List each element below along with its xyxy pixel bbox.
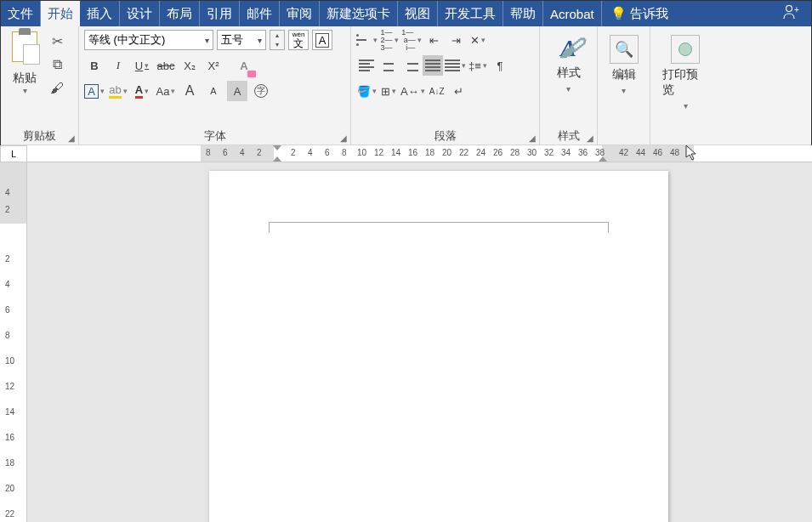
ruler-tick: 20 bbox=[442, 148, 451, 157]
ruler-tick: 16 bbox=[5, 433, 14, 442]
tab-layout[interactable]: 布局 bbox=[160, 1, 200, 26]
align-distributed-button[interactable] bbox=[445, 55, 466, 76]
strike-button[interactable]: abc bbox=[156, 55, 176, 76]
tab-file[interactable]: 文件 bbox=[1, 1, 41, 26]
ruler-tick: 2 bbox=[5, 205, 10, 214]
tab-acrobat[interactable]: Acrobat bbox=[543, 1, 602, 26]
ruler-tick: 8 bbox=[342, 148, 347, 157]
ruler-tick: 18 bbox=[425, 148, 434, 157]
paste-button[interactable]: 粘贴 ▾ bbox=[4, 30, 45, 95]
text-direction-button[interactable]: A↔ bbox=[400, 81, 425, 101]
ruler-tick: 2 bbox=[257, 148, 262, 157]
sort-button[interactable]: A↓Z bbox=[427, 81, 447, 101]
char-shading-button[interactable]: A bbox=[227, 81, 247, 101]
italic-button[interactable]: I bbox=[108, 55, 128, 76]
group-styles-label: 样式 bbox=[558, 128, 580, 144]
align-right-button[interactable] bbox=[400, 55, 421, 76]
circle-icon bbox=[671, 35, 700, 64]
grow-font-button[interactable]: A bbox=[179, 81, 200, 101]
tab-view[interactable]: 视图 bbox=[398, 1, 438, 26]
group-paragraph: 1—2—3— 1— a— i— ⇤ ⇥ ✕ ‡≡ ¶ 🪣 ⊞ A↔ A↓Z bbox=[351, 26, 540, 145]
copy-icon[interactable]: ⧉ bbox=[48, 57, 65, 72]
tab-help[interactable]: 帮助 bbox=[503, 1, 543, 26]
horizontal-ruler[interactable]: 8 6 4 2 2 4 6 8 10 12 14 16 18 20 22 24 … bbox=[27, 145, 812, 162]
tell-me[interactable]: 💡 告诉我 bbox=[602, 6, 677, 22]
font-name-combo[interactable]: 等线 (中文正文)▾ bbox=[84, 30, 213, 50]
group-editing: 🔍 编辑 bbox=[598, 26, 650, 145]
group-font-label: 字体 bbox=[204, 128, 226, 144]
ruler-corner[interactable]: L bbox=[0, 145, 27, 162]
ruler-tick: 22 bbox=[459, 148, 468, 157]
ruler-tick: 4 bbox=[5, 188, 10, 197]
line-spacing-button[interactable]: ‡≡ bbox=[468, 55, 488, 76]
document-page[interactable] bbox=[209, 171, 668, 522]
preview-label: 打印预览 bbox=[662, 67, 708, 98]
bold-button[interactable]: B bbox=[84, 55, 105, 76]
enclose-char-button[interactable]: 字 bbox=[251, 81, 271, 101]
ruler-tick: 14 bbox=[5, 407, 14, 417]
tab-review[interactable]: 审阅 bbox=[280, 1, 320, 26]
superscript-button[interactable]: X² bbox=[203, 55, 224, 76]
align-justify-button[interactable] bbox=[423, 55, 443, 76]
text-effects-button[interactable]: A bbox=[84, 81, 105, 101]
group-styles: A🖌 样式 样式 ◢ bbox=[540, 26, 598, 145]
borders-button[interactable]: ⊞ bbox=[378, 81, 399, 101]
ruler-tick: 22 bbox=[5, 509, 14, 519]
ruler-tick: 36 bbox=[578, 148, 588, 157]
user-icon[interactable]: + bbox=[770, 3, 811, 24]
clear-format-button[interactable]: A bbox=[234, 55, 254, 76]
ruler-tick: 26 bbox=[493, 148, 503, 157]
format-painter-icon[interactable]: 🖌 bbox=[48, 81, 65, 96]
first-line-indent-marker[interactable] bbox=[273, 145, 281, 150]
tab-developer[interactable]: 开发工具 bbox=[438, 1, 503, 26]
font-size-stepper[interactable]: ▴▾ bbox=[270, 30, 285, 50]
increase-indent-button[interactable]: ⇥ bbox=[446, 30, 466, 50]
clipboard-launcher[interactable]: ◢ bbox=[68, 133, 75, 143]
tab-home[interactable]: 开始 bbox=[41, 1, 80, 26]
tell-me-label: 告诉我 bbox=[630, 6, 668, 22]
reveal-formatting-button[interactable]: ↵ bbox=[449, 81, 469, 101]
multilevel-button[interactable]: 1— a— i— bbox=[401, 30, 422, 50]
hanging-indent-marker[interactable] bbox=[273, 156, 281, 162]
underline-button[interactable]: U bbox=[132, 55, 152, 76]
shading-button[interactable]: 🪣 bbox=[356, 81, 377, 101]
phonetic-guide-button[interactable]: wén 文 bbox=[288, 30, 309, 50]
group-paragraph-label: 段落 bbox=[434, 128, 457, 144]
styles-button[interactable]: A🖌 样式 bbox=[548, 30, 589, 99]
styles-launcher[interactable]: ◢ bbox=[587, 133, 593, 143]
paragraph-launcher[interactable]: ◢ bbox=[529, 133, 536, 143]
ruler-tick: 28 bbox=[510, 148, 520, 157]
shrink-font-button[interactable]: A bbox=[203, 81, 224, 101]
font-launcher[interactable]: ◢ bbox=[340, 133, 347, 143]
ruler-tick: 4 bbox=[5, 280, 10, 289]
align-center-button[interactable] bbox=[378, 55, 399, 76]
subscript-button[interactable]: X₂ bbox=[179, 55, 200, 76]
tab-design[interactable]: 设计 bbox=[120, 1, 160, 26]
svg-point-0 bbox=[786, 6, 792, 12]
search-icon: 🔍 bbox=[610, 35, 639, 64]
editing-label: 编辑 bbox=[612, 67, 636, 82]
cut-icon[interactable]: ✂ bbox=[48, 33, 65, 48]
font-size-combo[interactable]: 五号▾ bbox=[217, 30, 266, 50]
tab-references[interactable]: 引用 bbox=[200, 1, 240, 26]
char-border-button[interactable]: A bbox=[312, 30, 332, 50]
tab-newtab[interactable]: 新建选项卡 bbox=[320, 1, 398, 26]
print-preview-button[interactable]: 打印预览 bbox=[654, 30, 717, 116]
tab-insert[interactable]: 插入 bbox=[80, 1, 120, 26]
tab-mailings[interactable]: 邮件 bbox=[240, 1, 280, 26]
vertical-ruler[interactable]: 4 2 2 4 6 8 10 12 14 16 18 20 22 bbox=[0, 162, 27, 522]
editing-button[interactable]: 🔍 编辑 bbox=[601, 30, 647, 100]
highlight-button[interactable]: ab bbox=[108, 81, 128, 101]
align-left-button[interactable] bbox=[356, 55, 377, 76]
font-color-button[interactable]: A bbox=[132, 81, 152, 101]
numbering-button[interactable]: 1—2—3— bbox=[379, 30, 400, 50]
ruler-tick: 46 bbox=[653, 148, 662, 157]
decrease-indent-button[interactable]: ⇤ bbox=[423, 30, 444, 50]
clipboard-icon bbox=[12, 31, 37, 62]
asian-layout-button[interactable]: ✕ bbox=[468, 30, 488, 50]
ruler-tick: 6 bbox=[5, 305, 10, 315]
change-case-button[interactable]: Aa bbox=[156, 81, 176, 101]
show-marks-button[interactable]: ¶ bbox=[490, 55, 510, 76]
ruler-tick: 10 bbox=[5, 356, 14, 366]
bullets-button[interactable] bbox=[356, 30, 378, 50]
